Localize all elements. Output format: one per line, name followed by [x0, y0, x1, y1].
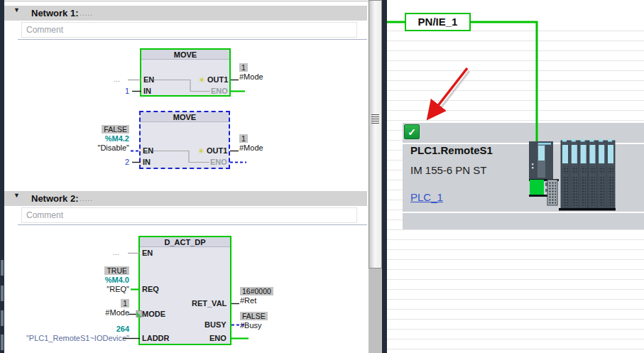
en-operand[interactable]: ...	[113, 248, 119, 256]
monitor-value-badge: TRUE	[104, 266, 129, 275]
mode-operand[interactable]: 1 #Mode	[43, 299, 129, 317]
tag-name[interactable]: #Mode	[239, 72, 263, 81]
laddr-operand[interactable]: 264 "PLC1_RemoteS1~IODevice"	[0, 325, 129, 343]
tag-address: %M4.2	[105, 134, 129, 143]
comment-placeholder: Comment	[26, 210, 63, 220]
monitor-value-badge: 1	[239, 63, 248, 72]
modify-value-icon	[198, 147, 207, 155]
tag-name[interactable]: "REQ"	[107, 285, 129, 293]
pin-ret-val[interactable]: RET_VAL	[192, 299, 227, 308]
monitor-value-badge: FALSE	[240, 312, 268, 320]
network-2-header[interactable]: Network 2: .....	[4, 191, 367, 206]
pin-mode[interactable]: MODE	[142, 310, 165, 318]
pin-eno[interactable]: ENO	[209, 334, 227, 342]
tag-name[interactable]: #Mode	[105, 308, 129, 317]
ret-val-operand[interactable]: 16#0000 #Ret	[240, 287, 273, 305]
collapsed-pane-tab[interactable]	[1, 286, 4, 301]
pin-in[interactable]: IN	[143, 87, 151, 95]
network-view-panel: PN/IE_1 PLC1.RemoteS1 IM 155-6 PN ST PLC…	[387, 0, 644, 353]
network-title-dots: .....	[80, 195, 93, 202]
network-title: Network 2:	[31, 193, 78, 204]
tag-name[interactable]: "PLC1_RemoteS1~IODevice"	[26, 334, 129, 342]
monitor-value-badge: FALSE	[102, 125, 129, 134]
monitor-value-badge: 1	[239, 134, 248, 143]
block-title: D_ACT_DP	[140, 237, 230, 247]
tag-address: %M4.0	[105, 276, 129, 284]
tag-address: 264	[116, 325, 129, 333]
collapsed-pane-tab[interactable]	[1, 260, 4, 276]
modify-value-icon	[199, 76, 207, 84]
tag-name[interactable]: "Disable"	[98, 143, 130, 152]
program-editor-panel: Network 1: ..... Comment MOVE EN IN OUT1…	[0, 0, 369, 353]
in-operand[interactable]: 1	[107, 87, 129, 95]
tag-name[interactable]: #Mode	[239, 143, 263, 152]
tag-name[interactable]: #Busy	[240, 321, 262, 330]
req-operand[interactable]: TRUE %M4.0 "REQ"	[43, 266, 129, 294]
pin-laddr[interactable]: LADDR	[142, 334, 170, 342]
tag-name[interactable]: #Ret	[240, 296, 256, 305]
collapse-triangle-icon[interactable]	[13, 6, 22, 14]
busy-operand[interactable]: FALSE #Busy	[240, 312, 268, 330]
pin-out1[interactable]: OUT1	[207, 146, 227, 155]
pin-eno[interactable]: ENO	[210, 158, 227, 166]
pin-in[interactable]: IN	[143, 158, 151, 166]
collapsed-pane-tab[interactable]	[1, 335, 4, 350]
collapsed-pane-tab[interactable]	[1, 310, 4, 326]
pin-en[interactable]: EN	[143, 75, 154, 84]
en-operand[interactable]: FALSE %M4.2 "Disable"	[43, 125, 129, 153]
tia-portal-workspace: Network 1: ..... Comment MOVE EN IN OUT1…	[0, 0, 644, 353]
pin-en[interactable]: EN	[142, 249, 153, 257]
network-title: Network 1:	[31, 8, 78, 18]
block-title: MOVE	[141, 112, 229, 122]
in-operand[interactable]: 2	[107, 158, 129, 166]
pin-out1[interactable]: OUT1	[207, 75, 228, 84]
scrollbar-grip-icon	[371, 114, 379, 124]
panel-divider[interactable]	[382, 0, 387, 353]
pin-busy[interactable]: BUSY	[204, 320, 227, 329]
block-title: MOVE	[141, 50, 229, 60]
comment-placeholder: Comment	[26, 25, 63, 35]
vertical-scrollbar[interactable]	[369, 0, 382, 353]
monitor-value-badge: 1	[121, 299, 129, 308]
divider	[18, 39, 367, 40]
network-title-dots: .....	[80, 9, 93, 17]
red-annotation-arrow	[387, 0, 644, 353]
pin-eno[interactable]: ENO	[211, 87, 228, 95]
pin-req[interactable]: REQ	[142, 285, 159, 293]
out1-operand[interactable]: 1 #Mode	[239, 63, 263, 82]
monitor-value-badge: 16#0000	[240, 287, 273, 295]
out1-operand[interactable]: 1 #Mode	[239, 134, 263, 153]
collapse-triangle-icon[interactable]	[13, 191, 22, 200]
divider	[18, 224, 367, 225]
network-2-comment[interactable]: Comment	[21, 207, 357, 223]
network-1-comment[interactable]: Comment	[21, 22, 357, 38]
pin-en[interactable]: EN	[143, 146, 153, 155]
divider	[0, 1, 369, 1]
scrollbar-thumb[interactable]	[369, 0, 382, 268]
network-1-header[interactable]: Network 1: .....	[4, 6, 367, 21]
en-operand[interactable]: ...	[114, 75, 120, 83]
